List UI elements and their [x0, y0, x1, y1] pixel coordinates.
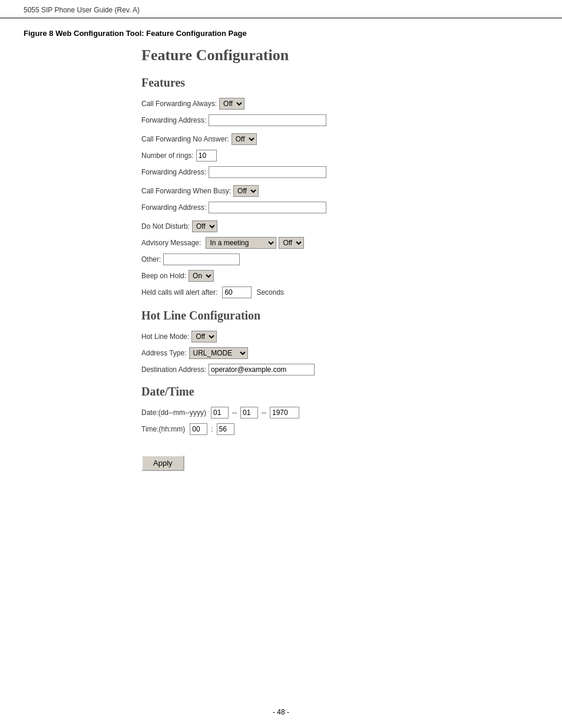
content-area: Feature Configuration Features Call Forw… — [0, 47, 562, 483]
forwarding-address-3-input[interactable] — [209, 202, 326, 213]
other-row: Other: — [141, 253, 562, 265]
header-title: 5055 SIP Phone User Guide (Rev. A) — [24, 6, 140, 14]
hotline-section: Hot Line Configuration Hot Line Mode: Of… — [141, 309, 562, 375]
destination-address-row: Destination Address: — [141, 364, 562, 375]
hot-line-mode-select[interactable]: Off On — [191, 331, 217, 342]
call-forwarding-busy-label: Call Forwarding When Busy: — [141, 187, 231, 195]
advisory-message-label: Advisory Message: — [141, 239, 201, 247]
page-header: 5055 SIP Phone User Guide (Rev. A) — [0, 0, 562, 18]
hot-line-mode-row: Hot Line Mode: Off On — [141, 331, 562, 342]
time-sep: : — [211, 425, 213, 433]
advisory-message-row: Advisory Message: In a meeting Available… — [141, 237, 562, 249]
page-number: - 48 - — [273, 708, 289, 716]
date-sep2: -- — [262, 409, 266, 417]
call-forwarding-no-answer-select[interactable]: Off On — [232, 133, 257, 145]
call-forwarding-no-answer-row: Call Forwarding No Answer: Off On — [141, 133, 562, 145]
forwarding-address-3-label: Forwarding Address: — [141, 203, 206, 212]
forwarding-address-2-input[interactable] — [209, 166, 326, 178]
forwarding-address-2-row: Forwarding Address: — [141, 166, 562, 178]
page-title: Feature Configuration — [141, 47, 562, 64]
beep-on-hold-label: Beep on Hold: — [141, 272, 186, 280]
features-section: Features Call Forwarding Always: Off On … — [141, 76, 562, 298]
call-forwarding-busy-select[interactable]: Off On — [233, 185, 259, 197]
call-forwarding-always-select[interactable]: Off On — [219, 98, 244, 110]
beep-on-hold-select[interactable]: On Off — [189, 270, 214, 282]
forwarding-address-3-row: Forwarding Address: — [141, 202, 562, 213]
destination-address-label: Destination Address: — [141, 365, 206, 374]
date-month-input[interactable] — [240, 407, 258, 419]
beep-on-hold-row: Beep on Hold: On Off — [141, 270, 562, 282]
address-type-select[interactable]: URL_MODE PHONE_MODE — [189, 347, 248, 359]
number-of-rings-label: Number of rings: — [141, 151, 194, 160]
do-not-disturb-label: Do Not Disturb: — [141, 222, 190, 230]
other-input[interactable] — [163, 253, 240, 265]
forwarding-address-1-label: Forwarding Address: — [141, 116, 206, 124]
date-row: Date:(dd--mm--yyyy) -- -- — [141, 407, 562, 419]
number-of-rings-row: Number of rings: — [141, 150, 562, 162]
time-hour-input[interactable] — [190, 423, 207, 435]
forwarding-address-2-label: Forwarding Address: — [141, 168, 206, 176]
features-section-title: Features — [141, 76, 562, 90]
call-forwarding-always-row: Call Forwarding Always: Off On — [141, 98, 562, 110]
date-day-input[interactable] — [211, 407, 229, 419]
other-label: Other: — [141, 255, 161, 263]
held-calls-input[interactable] — [222, 286, 252, 298]
hot-line-mode-label: Hot Line Mode: — [141, 332, 189, 341]
forwarding-address-1-row: Forwarding Address: — [141, 114, 562, 126]
datetime-section-title: Date/Time — [141, 385, 562, 398]
address-type-row: Address Type: URL_MODE PHONE_MODE — [141, 347, 562, 359]
address-type-label: Address Type: — [141, 349, 187, 357]
forwarding-address-1-input[interactable] — [209, 114, 326, 126]
advisory-message-select[interactable]: In a meeting Available Away Busy Other — [206, 237, 276, 249]
number-of-rings-input[interactable] — [196, 150, 217, 162]
time-label: Time:(hh:mm) — [141, 425, 185, 433]
date-year-input[interactable] — [270, 407, 299, 419]
apply-button[interactable]: Apply — [141, 455, 184, 471]
held-calls-row: Held calls will alert after: Seconds — [141, 286, 562, 298]
do-not-disturb-select[interactable]: Off On — [192, 220, 217, 232]
held-calls-label: Held calls will alert after: — [141, 288, 217, 297]
call-forwarding-always-label: Call Forwarding Always: — [141, 100, 217, 108]
time-minute-input[interactable] — [217, 423, 234, 435]
call-forwarding-busy-row: Call Forwarding When Busy: Off On — [141, 185, 562, 197]
call-forwarding-no-answer-label: Call Forwarding No Answer: — [141, 135, 229, 143]
date-label: Date:(dd--mm--yyyy) — [141, 409, 206, 417]
do-not-disturb-row: Do Not Disturb: Off On — [141, 220, 562, 232]
hotline-section-title: Hot Line Configuration — [141, 309, 562, 322]
advisory-status-select[interactable]: Off On — [279, 237, 304, 249]
time-row: Time:(hh:mm) : — [141, 423, 562, 435]
destination-address-input[interactable] — [209, 364, 315, 375]
date-sep1: -- — [232, 409, 237, 417]
datetime-section: Date/Time Date:(dd--mm--yyyy) -- -- Time… — [141, 385, 562, 435]
held-calls-suffix: Seconds — [256, 288, 284, 297]
figure-caption: Figure 8 Web Configuration Tool: Feature… — [0, 18, 562, 44]
